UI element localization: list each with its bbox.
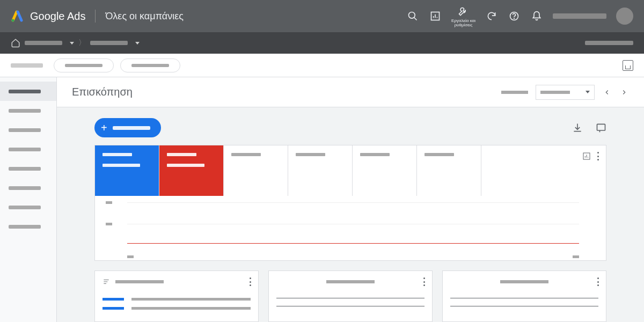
filter-pill[interactable] [120, 58, 180, 72]
card-title-placeholder [326, 280, 375, 283]
sidebar-item[interactable] [0, 217, 56, 236]
sidebar-item[interactable] [0, 120, 56, 140]
metric-tile-primary[interactable] [95, 145, 159, 196]
divider [95, 10, 96, 23]
more-icon[interactable] [597, 277, 599, 286]
tools-label: Εργαλεία και ρυθμίσεις [451, 19, 475, 27]
sidebar-item[interactable] [0, 101, 56, 120]
more-icon[interactable] [250, 277, 252, 286]
sidebar-item-overview[interactable] [0, 82, 56, 101]
card-title-placeholder [500, 280, 548, 283]
chevron-down-icon [586, 91, 590, 93]
avatar[interactable] [616, 8, 633, 25]
header-text-placeholder [501, 91, 528, 94]
metric-tile[interactable] [288, 145, 353, 196]
chevron-down-icon[interactable] [70, 42, 74, 45]
metric-tile[interactable] [224, 145, 288, 196]
summary-card [94, 270, 259, 322]
metric-tile-secondary[interactable] [159, 145, 224, 196]
filter-pill[interactable] [54, 58, 114, 72]
chevron-down-icon[interactable] [135, 42, 140, 45]
account-name-placeholder[interactable] [553, 13, 606, 19]
page-title: Όλες οι καμπάνιες [105, 11, 183, 22]
svg-point-1 [408, 12, 415, 19]
sidebar-item[interactable] [0, 140, 56, 159]
metric-tile[interactable] [353, 145, 417, 196]
more-icon[interactable] [423, 277, 426, 286]
breadcrumb-item[interactable] [90, 41, 128, 45]
chart-line-red [127, 243, 579, 244]
summary-card [268, 270, 433, 322]
filter-label-placeholder [11, 63, 43, 68]
svg-line-2 [414, 18, 416, 20]
download-icon[interactable] [572, 122, 583, 133]
list-icon [103, 278, 110, 286]
help-icon[interactable] [508, 10, 521, 23]
more-icon[interactable] [597, 152, 599, 160]
save-icon[interactable] [623, 60, 633, 71]
metric-tile[interactable] [417, 145, 481, 196]
card-title-placeholder [115, 280, 164, 283]
feedback-icon[interactable] [596, 122, 606, 133]
date-range-select[interactable] [536, 85, 595, 100]
performance-card [94, 145, 606, 261]
sidebar [0, 77, 57, 322]
new-campaign-button[interactable]: + [94, 118, 161, 137]
summary-card [442, 270, 606, 322]
sidebar-item[interactable] [0, 178, 56, 197]
search-icon[interactable] [406, 10, 419, 23]
breadcrumb-item[interactable] [25, 41, 62, 45]
chart-icon[interactable] [582, 152, 591, 160]
google-ads-logo-icon [11, 10, 24, 23]
breadcrumb-right-placeholder [585, 41, 633, 45]
filter-bar [0, 54, 644, 77]
home-icon[interactable] [11, 38, 20, 48]
brand-text: Google Ads [30, 10, 85, 23]
svg-point-0 [12, 19, 14, 22]
chevron-right-icon: 〉 [78, 38, 86, 48]
plus-icon: + [101, 122, 107, 133]
refresh-icon[interactable] [485, 10, 498, 23]
top-bar: Google Ads Όλες οι καμπάνιες Εργαλεία κα… [0, 0, 644, 32]
breadcrumb-bar: 〉 [0, 32, 644, 54]
performance-chart [95, 196, 606, 260]
notifications-icon[interactable] [530, 10, 543, 23]
prev-arrow[interactable] [602, 87, 612, 97]
reports-icon[interactable] [429, 10, 442, 23]
svg-rect-10 [597, 124, 605, 130]
overview-title: Επισκόπηση [72, 86, 133, 98]
next-arrow[interactable] [619, 87, 629, 97]
tools-icon[interactable] [457, 5, 470, 18]
overview-header: Επισκόπηση [57, 77, 644, 107]
svg-point-8 [514, 18, 515, 19]
sidebar-item[interactable] [0, 159, 56, 178]
sidebar-item[interactable] [0, 197, 56, 217]
